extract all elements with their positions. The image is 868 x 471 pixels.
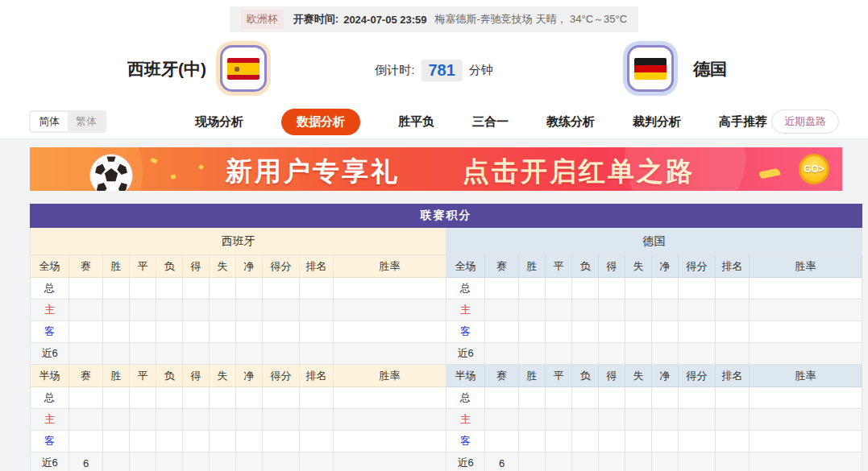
lang-traditional[interactable]: 繁体 [68,112,105,131]
stat-value-cell [625,387,652,409]
stat-value-cell [210,431,236,452]
stat-value-cell [572,452,599,471]
stat-value-cell [716,278,750,300]
stat-value-cell [334,431,446,452]
stat-value-cell [183,300,210,321]
stat-value-cell [236,321,263,343]
stat-value-cell [750,278,862,300]
stat-value-cell [750,387,862,409]
stat-value-cell [300,409,334,431]
stat-value-cell [210,409,236,431]
stats-wrap: 联赛积分西班牙德国全场赛胜平负得失净得分排名胜率全场赛胜平负得失净得分排名胜率总… [30,204,868,471]
stat-header-cell: 得 [183,365,210,387]
banner-subtitle: 点击开启红单之路 [463,154,695,190]
lang-simplified[interactable]: 简体 [31,112,68,131]
recent-odds-button[interactable]: 近期盘路 [771,109,839,134]
stat-value-cell [716,387,750,409]
stat-value-cell [485,387,519,409]
stat-value-cell [652,278,679,300]
row-label-cell: 客 [446,431,485,452]
stat-value-cell [546,431,572,452]
match-info-bar: 欧洲杯 开赛时间: 2024-07-05 23:59 梅塞德斯-奔驰竞技场 天晴… [230,6,638,32]
stat-value-cell [334,387,446,409]
stat-value-cell [519,409,546,431]
countdown-unit: 分钟 [469,63,493,78]
stat-value-cell [599,278,625,300]
stat-header-cell: 胜 [519,365,546,387]
go-button[interactable]: GO> [799,154,829,184]
stat-value-cell [236,343,263,365]
tab-live-analysis[interactable]: 现场分析 [195,114,243,130]
nav-bar: 简体 繁体 现场分析数据分析胜平负三合一教练分析裁判分析高手推荐 近期盘路 [0,105,868,139]
stat-value-cell [103,278,130,300]
stat-value-cell [156,387,183,409]
stat-value-cell [716,343,750,365]
stat-value-cell [572,409,599,431]
stat-value-cell [183,452,210,471]
league-stats-table: 联赛积分西班牙德国全场赛胜平负得失净得分排名胜率全场赛胜平负得失净得分排名胜率总… [30,204,862,471]
row-label-cell: 总 [31,387,69,409]
stat-header-cell: 胜率 [334,255,446,278]
stat-header-cell: 排名 [716,255,750,278]
stat-header-cell: 得 [599,365,625,387]
stat-value-cell: 6 [485,452,519,471]
stat-value-cell [625,278,652,300]
stat-header-cell: 负 [572,365,599,387]
stat-header-cell: 得 [183,255,210,278]
row-label-cell: 客 [31,431,69,452]
confetti-icon [170,174,176,180]
stat-header-cell: 平 [546,255,572,278]
stat-value-cell [236,300,263,321]
stat-value-cell [130,300,156,321]
stat-value-cell [716,321,750,343]
stat-value-cell [485,278,519,300]
stat-value-cell [300,321,334,343]
stat-header-cell: 得 [599,255,625,278]
countdown-value: 781 [421,60,462,81]
row-label-cell: 近6 [446,343,485,365]
banner-title: 新用户专享礼 [226,154,400,190]
tab-three-in-one[interactable]: 三合一 [472,114,509,130]
table-row: 总总 [31,387,862,409]
lang-toggle: 简体 繁体 [29,110,106,133]
stat-header-cell: 失 [625,365,652,387]
row-label-cell: 客 [446,321,485,343]
stat-value-cell [300,278,334,300]
stat-header-cell: 失 [625,255,652,278]
stat-value-cell [679,343,716,365]
stat-value-cell [750,452,862,471]
stat-value-cell [652,321,679,343]
table-row: 客客 [31,321,862,343]
countdown-label: 倒计时: [375,63,414,78]
tab-referee-analysis[interactable]: 裁判分析 [633,114,681,130]
table-row: 总总 [31,278,862,300]
stat-header-cell: 胜 [103,255,130,278]
promo-banner[interactable]: 新用户专享礼 点击开启红单之路 GO> [30,147,842,191]
stat-header-cell: 失 [210,255,236,278]
stat-value-cell [300,387,334,409]
stat-value-cell [69,409,103,431]
tab-win-draw-lose[interactable]: 胜平负 [398,114,434,130]
stat-value-cell [485,300,519,321]
stat-header-cell: 赛 [485,365,519,387]
stat-value-cell [236,431,263,452]
tab-expert-picks[interactable]: 高手推荐 [719,114,767,130]
tab-data-analysis[interactable]: 数据分析 [281,109,360,135]
stat-value-cell [652,409,679,431]
stat-value-cell [103,321,130,343]
row-label-cell: 主 [31,300,69,321]
row-label-cell: 主 [446,409,485,431]
stat-value-cell [625,431,652,452]
stat-header-cell: 胜 [519,255,546,278]
stat-value-cell [546,321,572,343]
stat-value-cell [679,387,716,409]
stat-value-cell [599,431,625,452]
content-area: 新用户专享礼 点击开启红单之路 GO> 联赛积分西班牙德国全场赛胜平负得失净得分… [0,139,868,471]
tab-coach-analysis[interactable]: 教练分析 [546,114,595,130]
stat-value-cell [130,431,156,452]
stat-value-cell [69,343,103,365]
stat-value-cell [263,409,300,431]
table-title: 联赛积分 [31,205,862,228]
confetti-icon [150,158,157,164]
stat-value-cell [263,321,300,343]
